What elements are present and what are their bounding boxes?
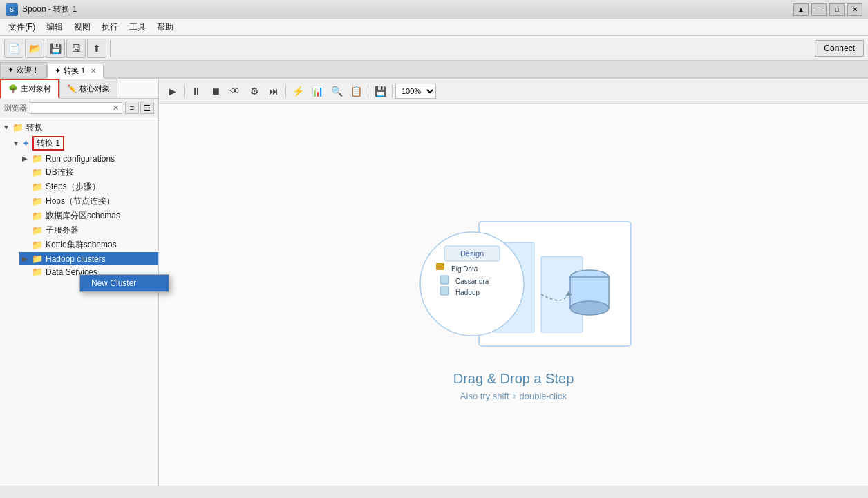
logo-letter: S	[10, 6, 14, 13]
tree-root[interactable]: ▼ 📁 转换	[0, 120, 158, 135]
tree-db-schemas[interactable]: 📁 数据库分区schemas	[19, 209, 158, 223]
save-button[interactable]: 💾	[46, 39, 65, 58]
svg-rect-10	[436, 263, 444, 270]
tab-main-label: 主对象树	[21, 84, 51, 94]
svg-point-5	[570, 301, 609, 315]
tab-transform[interactable]: ✦ 转换 1 ✕	[47, 64, 104, 79]
analyze-button[interactable]: 📊	[308, 82, 326, 100]
db-save-button[interactable]: 💾	[371, 82, 389, 100]
panel-tabs: 🌳 主对象树 ✏️ 核心对象	[0, 79, 158, 99]
open-button[interactable]: 📂	[25, 39, 44, 58]
tree-run-configs[interactable]: ▶ 📁 Run configurations	[19, 152, 158, 165]
root-folder-icon: 📁	[12, 122, 23, 133]
tab-strip: ✦ 欢迎！ ✦ 转换 1 ✕	[0, 61, 868, 79]
impact-button[interactable]: 🔍	[328, 82, 346, 100]
search-icons: ≡ ☰	[125, 102, 154, 114]
hadoop-arrow-icon: ▶	[22, 255, 32, 262]
saveas-button[interactable]: 🖫	[66, 39, 86, 58]
collapse-all-button[interactable]: ≡	[125, 102, 139, 114]
title-bar: S Spoon - 转换 1 ▲ — □ ✕	[0, 0, 868, 19]
menu-run[interactable]: 执行	[96, 20, 124, 35]
maximize-button[interactable]: □	[829, 3, 845, 16]
tree-steps-label: Steps（步骤）	[46, 181, 100, 193]
tree-db[interactable]: 📁 DB连接	[19, 165, 158, 180]
results-button[interactable]: 📋	[347, 82, 365, 100]
tree-hadoop-clusters[interactable]: ▶ 📁 Hadoop clusters	[19, 252, 158, 265]
search-input[interactable]	[33, 104, 113, 112]
new-cluster-menu-item[interactable]: New Cluster	[80, 275, 169, 291]
tree-root-label: 转换	[26, 122, 43, 133]
menu-help[interactable]: 帮助	[151, 20, 179, 35]
tree-transform1[interactable]: ▼ ✦ 转换 1	[10, 135, 158, 152]
search-bar: 浏览器 ✕ ≡ ☰	[0, 99, 158, 117]
tree-sub-server[interactable]: 📁 子服务器	[19, 223, 158, 238]
tree-db-schemas-label: 数据库分区schemas	[46, 210, 120, 222]
tree-hadoop-clusters-label: Hadoop clusters	[46, 254, 106, 264]
preview-button[interactable]: 👁	[226, 82, 244, 100]
svg-text:Cassandra: Cassandra	[455, 278, 489, 285]
transform-icon: ✦	[55, 66, 61, 75]
tree-kettle-schemas[interactable]: 📁 Kettle集群schemas	[19, 238, 158, 252]
search-clear-icon[interactable]: ✕	[113, 104, 119, 113]
replay-button[interactable]: ⏭	[265, 82, 283, 100]
tab-welcome[interactable]: ✦ 欢迎！	[0, 62, 47, 77]
new-button[interactable]: 📄	[4, 39, 23, 58]
app-logo: S	[6, 3, 18, 16]
menu-view[interactable]: 视图	[68, 20, 96, 35]
menu-edit[interactable]: 编辑	[41, 20, 68, 35]
welcome-icon: ✦	[8, 66, 14, 75]
drop-main-text: Drag & Drop a Step	[453, 371, 574, 387]
search-input-wrap: ✕	[30, 102, 122, 114]
zoom-select[interactable]: 100% 75% 150%	[395, 84, 436, 99]
db-folder-icon: 📁	[32, 167, 43, 178]
debug-button[interactable]: ⚙	[245, 82, 263, 100]
tree-transform1-label: 转换 1	[32, 136, 64, 151]
data-services-folder-icon: 📁	[32, 267, 43, 277]
drop-diagram: Design Big Data Cassandra Hadoop	[389, 201, 638, 360]
hadoop-folder-icon: 📁	[32, 253, 43, 264]
tab-core-label: 核心对象	[79, 84, 110, 94]
steps-folder-icon: 📁	[32, 182, 43, 192]
check-button[interactable]: ⚡	[289, 82, 307, 100]
context-menu: New Cluster	[79, 274, 169, 292]
core-objects-icon: ✏️	[67, 84, 77, 93]
svg-text:Big Data: Big Data	[451, 265, 478, 273]
toolbar-right: Connect	[815, 40, 864, 57]
close-button[interactable]: ✕	[847, 3, 862, 16]
db-schemas-folder-icon: 📁	[32, 211, 43, 221]
tab-transform-label: 转换 1	[64, 66, 85, 76]
workflow-toolbar: ▶ ⏸ ⏹ 👁 ⚙ ⏭ ⚡ 📊 🔍 📋 💾 100% 75% 150%	[159, 79, 868, 104]
expand-all-button[interactable]: ☰	[140, 102, 154, 114]
toolbar-sep1	[110, 40, 111, 57]
publish-button[interactable]: ⬆	[87, 39, 106, 58]
tree-hops-label: Hops（节点连接）	[46, 195, 115, 207]
svg-text:Design: Design	[460, 249, 484, 258]
tree-run-configs-label: Run configurations	[46, 154, 115, 164]
tab-welcome-label: 欢迎！	[17, 65, 39, 75]
wf-sep1	[184, 84, 185, 98]
run-button[interactable]: ▶	[163, 82, 181, 100]
run-configs-arrow-icon: ▶	[22, 155, 32, 162]
connect-button[interactable]: Connect	[815, 40, 864, 57]
menu-tools[interactable]: 工具	[124, 20, 151, 35]
tree-kettle-schemas-label: Kettle集群schemas	[46, 239, 117, 251]
window-controls: ▲ — □ ✕	[793, 3, 862, 16]
tab-close-icon[interactable]: ✕	[91, 67, 96, 75]
hops-folder-icon: 📁	[32, 196, 43, 207]
canvas-content: Design Big Data Cassandra Hadoop Drag & …	[159, 128, 868, 473]
tree-db-label: DB连接	[46, 166, 74, 178]
tab-main-objects[interactable]: 🌳 主对象树	[0, 79, 59, 99]
wf-sep2	[285, 84, 286, 98]
svg-text:Hadoop: Hadoop	[455, 289, 480, 296]
tree-hops[interactable]: 📁 Hops（节点连接）	[19, 194, 158, 209]
pause-button[interactable]: ⏸	[187, 82, 205, 100]
minimize-button[interactable]: ▲	[793, 3, 809, 16]
transform1-special-icon: ✦	[22, 138, 30, 149]
main-objects-icon: 🌳	[8, 84, 18, 93]
minimize-button2[interactable]: —	[811, 3, 827, 16]
menu-file[interactable]: 文件(F)	[3, 20, 41, 35]
stop-button[interactable]: ⏹	[207, 82, 225, 100]
tab-core-objects[interactable]: ✏️ 核心对象	[59, 79, 117, 98]
tree-steps[interactable]: 📁 Steps（步骤）	[19, 180, 158, 194]
run-configs-folder-icon: 📁	[32, 153, 43, 164]
